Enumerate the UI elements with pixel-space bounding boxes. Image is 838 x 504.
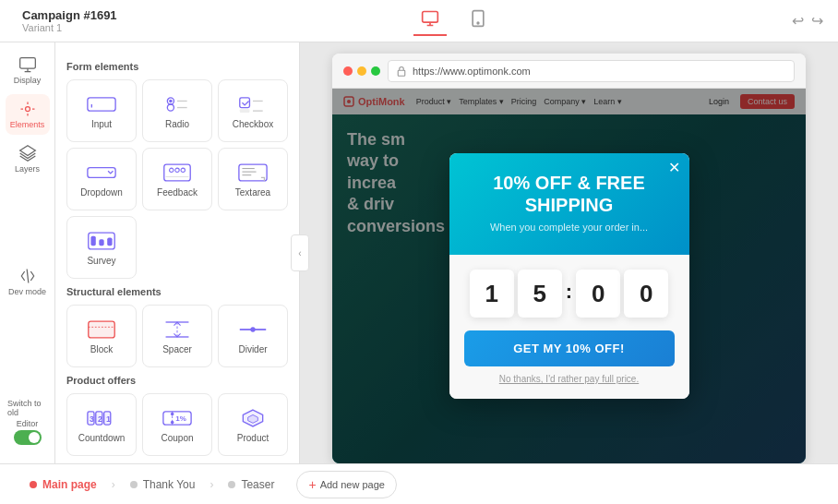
popup-title: 10% OFF & FREE SHIPPING bbox=[468, 172, 671, 216]
svg-marker-5 bbox=[19, 146, 35, 156]
svg-rect-31 bbox=[89, 321, 114, 338]
variant-subtitle: Variant 1 bbox=[22, 22, 117, 33]
svg-point-48 bbox=[171, 420, 174, 424]
svg-text:3: 3 bbox=[90, 414, 94, 423]
minimize-dot bbox=[357, 66, 366, 76]
elements-panel: Form elements Input bbox=[55, 42, 300, 463]
checkbox-icon bbox=[238, 93, 268, 115]
countdown-digit-3: 0 bbox=[576, 270, 620, 318]
product-elements-grid: 3 2 1 Countdown 1% bbox=[66, 393, 288, 456]
switch-to-old-editor[interactable]: Switch to old Editor bbox=[0, 391, 54, 452]
product-offers-section-title: Product offers bbox=[66, 375, 288, 386]
svg-point-2 bbox=[477, 22, 479, 24]
top-header: Campaign #1691 Variant 1 ↩ ↪ bbox=[0, 0, 838, 42]
svg-point-10 bbox=[167, 104, 174, 111]
thank-you-dot bbox=[130, 481, 138, 488]
tab-teaser[interactable]: Teaser bbox=[213, 471, 289, 498]
element-coupon[interactable]: 1% Coupon bbox=[142, 393, 212, 456]
element-product[interactable]: Product bbox=[218, 393, 288, 456]
add-page-plus-icon: + bbox=[308, 477, 316, 492]
sidebar-item-layers[interactable]: Layers bbox=[6, 138, 50, 179]
teaser-dot bbox=[228, 481, 235, 488]
editor-toggle[interactable] bbox=[14, 430, 42, 445]
element-radio[interactable]: Radio bbox=[142, 79, 212, 142]
survey-icon bbox=[87, 230, 116, 252]
bottom-tabs: Main page › Thank You › Teaser + Add new… bbox=[0, 463, 838, 504]
website-background: OptiMonk Product ▾ Templates ▾ Pricing C… bbox=[332, 89, 806, 463]
divider-icon bbox=[238, 318, 268, 341]
countdown-digit-4: 0 bbox=[624, 270, 668, 318]
countdown-digit-2: 5 bbox=[518, 270, 562, 318]
popup-body: 1 5 : 0 0 GET MY 10% OFF! No thanks, I'd… bbox=[449, 255, 689, 399]
panel-collapse-handle[interactable]: ‹ bbox=[291, 234, 309, 271]
form-elements-grid: Input Radio bbox=[66, 79, 288, 279]
svg-rect-23 bbox=[239, 164, 267, 181]
product-icon bbox=[238, 407, 268, 429]
svg-point-47 bbox=[171, 412, 174, 415]
layers-icon bbox=[18, 144, 37, 162]
element-feedback[interactable]: Feedback bbox=[142, 148, 212, 210]
countdown-timer: 1 5 : 0 0 bbox=[464, 270, 675, 318]
popup-modal: ✕ 10% OFF & FREE SHIPPING When you compl… bbox=[449, 153, 689, 399]
svg-point-21 bbox=[181, 168, 185, 172]
element-textarea[interactable]: Textarea bbox=[218, 148, 288, 210]
display-icon bbox=[18, 55, 37, 74]
sidebar-item-display[interactable]: Display bbox=[6, 50, 50, 90]
tab-main-page[interactable]: Main page bbox=[15, 471, 112, 498]
svg-text:1: 1 bbox=[106, 414, 111, 423]
radio-icon bbox=[162, 93, 192, 115]
tab-thank-you[interactable]: Thank You bbox=[115, 471, 210, 498]
svg-rect-28 bbox=[90, 235, 95, 246]
form-elements-section-title: Form elements bbox=[66, 61, 288, 72]
sidebar-item-elements[interactable]: Elements bbox=[6, 94, 50, 135]
devmode-icon bbox=[18, 267, 37, 285]
spacer-icon bbox=[162, 318, 192, 341]
main-layout: Display Elements Layers Dev mode Switch … bbox=[0, 42, 838, 463]
element-countdown[interactable]: 3 2 1 Countdown bbox=[66, 393, 137, 456]
element-input[interactable]: Input bbox=[66, 79, 137, 142]
browser-mockup: https://www.optimonk.com OptiMonk bbox=[332, 54, 806, 463]
structural-elements-section-title: Structural elements bbox=[66, 286, 288, 297]
browser-bar: https://www.optimonk.com bbox=[332, 54, 806, 89]
countdown-icon: 3 2 1 bbox=[87, 407, 116, 429]
add-new-page-button[interactable]: + Add new page bbox=[296, 471, 397, 498]
elements-panel-wrapper: Form elements Input bbox=[55, 42, 300, 463]
element-survey[interactable]: Survey bbox=[66, 216, 137, 279]
textarea-icon bbox=[238, 162, 268, 184]
element-dropdown[interactable]: Dropdown bbox=[66, 148, 137, 210]
svg-text:1%: 1% bbox=[175, 414, 186, 422]
coupon-icon: 1% bbox=[162, 407, 192, 429]
element-spacer[interactable]: Spacer bbox=[142, 305, 212, 367]
svg-point-37 bbox=[250, 327, 255, 331]
svg-rect-13 bbox=[240, 97, 250, 107]
sidebar-item-devmode[interactable]: Dev mode bbox=[6, 261, 50, 302]
mobile-view-button[interactable] bbox=[461, 6, 495, 36]
popup-decline-link[interactable]: No thanks, I'd rather pay full price. bbox=[464, 374, 675, 384]
countdown-separator: : bbox=[566, 280, 572, 304]
popup-cta-button[interactable]: GET MY 10% OFF! bbox=[464, 330, 675, 366]
desktop-view-button[interactable] bbox=[413, 6, 447, 36]
undo-button[interactable]: ↩ bbox=[792, 12, 804, 30]
svg-rect-30 bbox=[107, 237, 112, 246]
element-checkbox[interactable]: Checkbox bbox=[218, 79, 288, 142]
popup-overlay: ✕ 10% OFF & FREE SHIPPING When you compl… bbox=[332, 89, 806, 463]
svg-point-19 bbox=[170, 168, 174, 172]
element-divider[interactable]: Divider bbox=[218, 305, 288, 367]
popup-subtitle: When you complete your order in... bbox=[468, 222, 671, 233]
structural-elements-grid: Block Spacer bbox=[66, 305, 288, 367]
feedback-icon bbox=[162, 162, 192, 184]
svg-point-4 bbox=[25, 107, 30, 112]
svg-rect-0 bbox=[423, 12, 438, 23]
svg-rect-14 bbox=[240, 109, 250, 113]
browser-traffic-lights bbox=[343, 66, 380, 76]
block-icon bbox=[87, 318, 116, 341]
website-content: OptiMonk Product ▾ Templates ▾ Pricing C… bbox=[332, 89, 806, 463]
campaign-title: Campaign #1691 bbox=[22, 8, 117, 22]
canvas-area: https://www.optimonk.com OptiMonk bbox=[300, 42, 838, 463]
popup-close-button[interactable]: ✕ bbox=[668, 161, 680, 175]
url-bar[interactable]: https://www.optimonk.com bbox=[388, 60, 795, 82]
svg-rect-59 bbox=[398, 70, 405, 76]
element-block[interactable]: Block bbox=[66, 305, 137, 367]
countdown-digit-1: 1 bbox=[470, 270, 514, 318]
redo-button[interactable]: ↪ bbox=[811, 12, 823, 30]
